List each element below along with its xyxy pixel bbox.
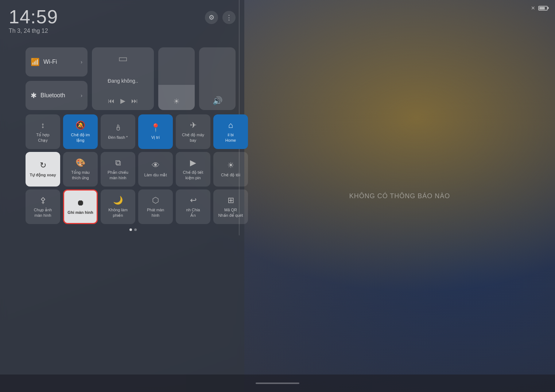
toggle-battery[interactable]: ▶ Chế độ tiếtkiệm pin — [176, 152, 210, 187]
more-button[interactable]: ⋮ — [222, 11, 236, 24]
brightness-icon: ☀ — [173, 97, 180, 106]
wifi-tile[interactable]: 📶 Wi-Fi › — [26, 47, 88, 77]
media-card[interactable]: ▭ Đang không.. ⏮ ▶ ⏭ — [92, 47, 154, 110]
toggle-location[interactable]: 📍 Vị trí — [138, 114, 173, 149]
media-next-button[interactable]: ⏭ — [131, 97, 138, 105]
bluetooth-icon: ✱ — [31, 91, 37, 100]
toggle-dnd[interactable]: 🌙 Không làmphiền — [101, 189, 135, 224]
nav-pill[interactable] — [256, 383, 299, 384]
time-display: 14:59 — [9, 7, 205, 26]
media-prev-button[interactable]: ⏮ — [108, 97, 115, 105]
airplane-icon: ✈ — [190, 121, 197, 130]
toggle-dark[interactable]: ☀ Chế độ tối — [213, 152, 248, 187]
nav-bar — [0, 375, 555, 392]
brightness-tile[interactable]: ☀ — [158, 47, 195, 110]
flash-icon: 🕯 — [114, 123, 122, 133]
wifi-icon: 📶 — [31, 58, 40, 66]
rotate-icon: ↻ — [40, 161, 46, 170]
toggle-airplane[interactable]: ✈ Chế độ máybay — [176, 114, 210, 149]
time-block: 14:59 Th 3, 24 thg 12 — [9, 7, 205, 34]
wifi-chevron: › — [81, 59, 82, 65]
record-icon: ⏺ — [77, 198, 85, 208]
toggle-network[interactable]: ↕ Tổ hợpChạy — [26, 114, 60, 149]
battery-save-icon: ▶ — [190, 158, 196, 168]
top-bar: 14:59 Th 3, 24 thg 12 ⚙ ⋮ — [0, 0, 244, 38]
bluetooth-tile[interactable]: ✱ Bluetooth › — [26, 81, 88, 110]
toggle-record-screen[interactable]: ⏺ Ghi màn hình — [63, 189, 98, 224]
bluetooth-chevron: › — [81, 93, 82, 98]
toggle-qr[interactable]: ⊞ Mã QRNhấn để quét — [213, 189, 248, 224]
color-icon: 🎨 — [75, 158, 85, 168]
dnd-icon: 🌙 — [113, 196, 123, 205]
toggle-color[interactable]: 🎨 Tổng màuthích ứng — [63, 152, 98, 187]
screenshot-icon: ⚴ — [40, 196, 46, 205]
qr-icon: ⊞ — [228, 196, 234, 205]
toggle-screencast[interactable]: ⬡ Phát mànhình — [138, 189, 173, 224]
media-controls: ⏮ ▶ ⏭ — [108, 97, 138, 105]
volume-tile[interactable]: 🔊 — [199, 47, 236, 110]
page-dot-2[interactable] — [134, 228, 137, 231]
page-dot-1[interactable] — [129, 228, 132, 231]
wifi-label: Wi-Fi — [43, 59, 57, 65]
toggle-grid-row2: ↻ Tự động xoay 🎨 Tổng màuthích ứng ⧉ Phả… — [26, 152, 241, 187]
date-display: Th 3, 24 thg 12 — [9, 28, 205, 34]
no-notification-text: KHÔNG CÓ THÔNG BÁO NÀO — [349, 192, 450, 200]
network-icon: ↕ — [41, 121, 45, 130]
home-icon: ⌂ — [228, 121, 233, 130]
quick-settings-area: 📶 Wi-Fi › ✱ Bluetooth › ▭ Đang không.. ⏮… — [26, 47, 241, 231]
toggle-blur[interactable]: 👁 Làm dịu mắt — [138, 152, 173, 187]
page-dots — [26, 228, 241, 231]
media-device-icon: ▭ — [118, 52, 128, 64]
blur-icon: 👁 — [152, 161, 160, 170]
toggle-grid-row3: ⚴ Chụp ảnhmàn hình ⏺ Ghi màn hình 🌙 Khôn… — [26, 189, 241, 224]
volume-icon: 🔊 — [213, 96, 222, 106]
media-title: Đang không.. — [108, 78, 138, 84]
toggle-screenshot[interactable]: ⚴ Chụp ảnhmàn hình — [26, 189, 60, 224]
toggle-rotate[interactable]: ↻ Tự động xoay — [26, 152, 60, 187]
screencast-icon: ⬡ — [152, 196, 159, 205]
toggle-cast[interactable]: ⧉ Phản chiếumàn hình — [101, 152, 135, 187]
dark-icon: ☀ — [227, 161, 234, 170]
toggle-grid-row1: ↕ Tổ hợpChạy 🔕 Chế độ imlặng 🕯 Đèn flash… — [26, 114, 241, 149]
top-actions: ⚙ ⋮ — [205, 11, 236, 24]
notification-panel: KHÔNG CÓ THÔNG BÁO NÀO — [244, 0, 555, 392]
toggle-share[interactable]: ↩ nh ChiaẨn — [176, 189, 210, 224]
location-icon: 📍 — [151, 123, 160, 133]
toggle-silent[interactable]: 🔕 Chế độ imlặng — [63, 114, 98, 149]
cast-icon: ⧉ — [115, 158, 121, 168]
silent-icon: 🔕 — [75, 121, 85, 130]
settings-button[interactable]: ⚙ — [205, 11, 218, 24]
top-tiles-row: 📶 Wi-Fi › ✱ Bluetooth › ▭ Đang không.. ⏮… — [26, 47, 241, 110]
share-icon: ↩ — [190, 196, 197, 205]
toggle-home[interactable]: ⌂ il biHome — [213, 114, 248, 149]
media-play-button[interactable]: ▶ — [120, 97, 125, 105]
toggle-flash[interactable]: 🕯 Đèn flash * — [101, 114, 135, 149]
bluetooth-label: Bluetooth — [40, 92, 65, 99]
network-tiles: 📶 Wi-Fi › ✱ Bluetooth › — [26, 47, 88, 110]
